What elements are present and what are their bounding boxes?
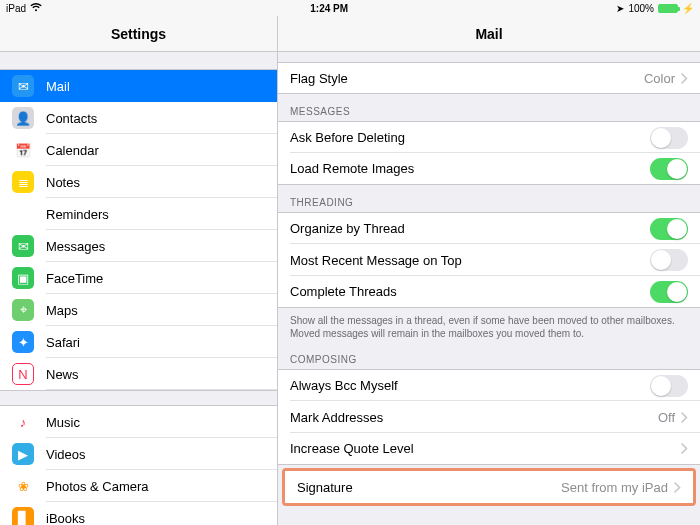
sidebar-item-label: FaceTime bbox=[46, 271, 103, 286]
sidebar-item-photos-camera[interactable]: ❀Photos & Camera bbox=[0, 470, 277, 502]
switch-always-bcc[interactable] bbox=[650, 375, 688, 397]
sidebar-item-contacts[interactable]: 👤Contacts bbox=[0, 102, 277, 134]
location-icon: ➤ bbox=[616, 3, 624, 14]
row-mark-addresses[interactable]: Mark Addresses Off bbox=[278, 401, 700, 433]
news-icon: N bbox=[12, 363, 34, 385]
device-label: iPad bbox=[6, 3, 26, 14]
row-value: Off bbox=[658, 410, 675, 425]
switch-organize-by-thread[interactable] bbox=[650, 218, 688, 240]
facetime-icon: ▣ bbox=[12, 267, 34, 289]
chevron-right-icon bbox=[681, 412, 688, 423]
switch-ask-before-deleting[interactable] bbox=[650, 127, 688, 149]
row-ask-before-deleting[interactable]: Ask Before Deleting bbox=[278, 121, 700, 153]
sidebar-item-label: iBooks bbox=[46, 511, 85, 526]
status-time: 1:24 PM bbox=[310, 3, 348, 14]
row-label: Complete Threads bbox=[290, 284, 650, 299]
maps-icon: ⌖ bbox=[12, 299, 34, 321]
row-label: Mark Addresses bbox=[290, 410, 658, 425]
group-footer-threading: Show all the messages in a thread, even … bbox=[278, 308, 700, 342]
sidebar-item-maps[interactable]: ⌖Maps bbox=[0, 294, 277, 326]
sidebar-title: Settings bbox=[0, 16, 277, 52]
row-load-remote-images[interactable]: Load Remote Images bbox=[278, 153, 700, 185]
sidebar-item-label: Mail bbox=[46, 79, 70, 94]
reminders-icon: ≡ bbox=[12, 203, 34, 225]
group-header-messages: MESSAGES bbox=[278, 94, 700, 121]
row-most-recent-on-top[interactable]: Most Recent Message on Top bbox=[278, 244, 700, 276]
row-label: Ask Before Deleting bbox=[290, 130, 650, 145]
row-increase-quote[interactable]: Increase Quote Level bbox=[278, 433, 700, 465]
group-header-threading: THREADING bbox=[278, 185, 700, 212]
row-organize-by-thread[interactable]: Organize by Thread bbox=[278, 212, 700, 244]
wifi-icon bbox=[30, 2, 42, 14]
switch-load-remote-images[interactable] bbox=[650, 158, 688, 180]
sidebar-item-label: Contacts bbox=[46, 111, 97, 126]
sidebar-item-news[interactable]: NNews bbox=[0, 358, 277, 390]
detail-title: Mail bbox=[278, 16, 700, 52]
sidebar-item-label: Maps bbox=[46, 303, 78, 318]
sidebar-item-label: News bbox=[46, 367, 79, 382]
sidebar-item-label: Photos & Camera bbox=[46, 479, 149, 494]
row-flag-style[interactable]: Flag Style Color bbox=[278, 62, 700, 94]
status-bar: iPad 1:24 PM ➤ 100% ⚡ bbox=[0, 0, 700, 16]
safari-icon: ✦ bbox=[12, 331, 34, 353]
contacts-icon: 👤 bbox=[12, 107, 34, 129]
sidebar-item-label: Reminders bbox=[46, 207, 109, 222]
notes-icon: ≣ bbox=[12, 171, 34, 193]
charging-icon: ⚡ bbox=[682, 3, 694, 14]
sidebar-item-messages[interactable]: ✉Messages bbox=[0, 230, 277, 262]
sidebar-item-label: Calendar bbox=[46, 143, 99, 158]
group-header-composing: COMPOSING bbox=[278, 342, 700, 369]
row-label: Organize by Thread bbox=[290, 221, 650, 236]
row-signature[interactable]: Signature Sent from my iPad bbox=[285, 471, 693, 503]
battery-percent: 100% bbox=[628, 3, 654, 14]
mail-icon: ✉ bbox=[12, 75, 34, 97]
sidebar-item-videos[interactable]: ▶Videos bbox=[0, 438, 277, 470]
videos-icon: ▶ bbox=[12, 443, 34, 465]
sidebar-item-notes[interactable]: ≣Notes bbox=[0, 166, 277, 198]
sidebar-item-ibooks[interactable]: ▊iBooks bbox=[0, 502, 277, 525]
calendar-icon: 📅 bbox=[12, 139, 34, 161]
battery-icon bbox=[658, 4, 678, 13]
sidebar-item-reminders[interactable]: ≡Reminders bbox=[0, 198, 277, 230]
row-label: Always Bcc Myself bbox=[290, 378, 650, 393]
row-label: Increase Quote Level bbox=[290, 441, 675, 456]
sidebar-item-label: Notes bbox=[46, 175, 80, 190]
chevron-right-icon bbox=[681, 443, 688, 454]
row-label: Flag Style bbox=[290, 71, 644, 86]
row-label: Signature bbox=[297, 480, 561, 495]
music-icon: ♪ bbox=[12, 411, 34, 433]
sidebar-item-calendar[interactable]: 📅Calendar bbox=[0, 134, 277, 166]
sidebar-item-facetime[interactable]: ▣FaceTime bbox=[0, 262, 277, 294]
sidebar-item-label: Messages bbox=[46, 239, 105, 254]
detail-pane: Mail Flag Style Color MESSAGES Ask Befor… bbox=[278, 16, 700, 525]
switch-most-recent-on-top[interactable] bbox=[650, 249, 688, 271]
row-always-bcc[interactable]: Always Bcc Myself bbox=[278, 369, 700, 401]
sidebar-item-label: Safari bbox=[46, 335, 80, 350]
sidebar-item-mail[interactable]: ✉Mail bbox=[0, 70, 277, 102]
sidebar-item-safari[interactable]: ✦Safari bbox=[0, 326, 277, 358]
sidebar: Settings ✉Mail👤Contacts📅Calendar≣Notes≡R… bbox=[0, 16, 278, 525]
chevron-right-icon bbox=[681, 73, 688, 84]
row-complete-threads[interactable]: Complete Threads bbox=[278, 276, 700, 308]
row-value: Sent from my iPad bbox=[561, 480, 668, 495]
row-label: Most Recent Message on Top bbox=[290, 253, 650, 268]
row-value: Color bbox=[644, 71, 675, 86]
photos-camera-icon: ❀ bbox=[12, 475, 34, 497]
sidebar-item-label: Music bbox=[46, 415, 80, 430]
switch-complete-threads[interactable] bbox=[650, 281, 688, 303]
messages-icon: ✉ bbox=[12, 235, 34, 257]
signature-highlight: Signature Sent from my iPad bbox=[282, 468, 696, 506]
chevron-right-icon bbox=[674, 482, 681, 493]
row-label: Load Remote Images bbox=[290, 161, 650, 176]
sidebar-item-label: Videos bbox=[46, 447, 86, 462]
ibooks-icon: ▊ bbox=[12, 507, 34, 525]
sidebar-item-music[interactable]: ♪Music bbox=[0, 406, 277, 438]
